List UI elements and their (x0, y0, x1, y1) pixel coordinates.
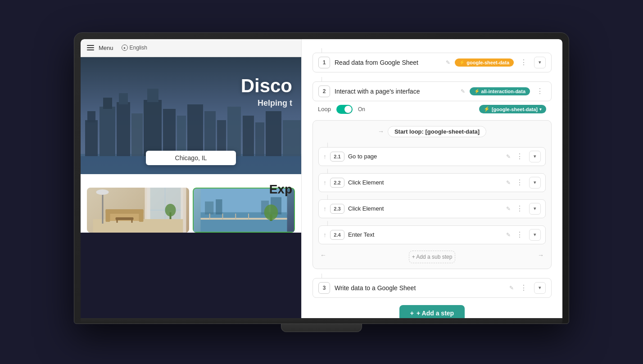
sub-step-2-2-collapse[interactable]: ▾ (529, 177, 541, 189)
sub-step-2-1-num: 2.1 (330, 152, 344, 162)
toggle-thumb (344, 106, 352, 113)
step-2-tag[interactable]: ⚡ all-interaction-data (470, 87, 530, 95)
svg-rect-47 (222, 213, 223, 219)
sub-step-2-4-name: Enter Text (348, 231, 503, 238)
add-step-button[interactable]: + + Add a step (399, 305, 465, 318)
connector-top (322, 48, 322, 53)
menu-label: Menu (99, 45, 113, 51)
loop-toggle[interactable] (336, 105, 353, 114)
step-3-more-button[interactable]: ⋮ (518, 283, 530, 293)
sub-step-2-3-collapse[interactable]: ▾ (529, 203, 541, 215)
search-bar[interactable]: Chicago, IL (146, 151, 236, 165)
step-2-item: 2 Interact with a page's interface ✎ ⚡ a… (312, 81, 552, 269)
step-1-tag[interactable]: ⚡ google-sheet-data (455, 58, 514, 67)
toggle-on-text: On (358, 106, 365, 112)
sub-step-2-2-more[interactable]: ⋮ (514, 177, 525, 188)
svg-rect-32 (106, 209, 110, 222)
svg-point-38 (165, 204, 176, 216)
hero-section: Disco Helping t Chicago, IL (81, 57, 301, 174)
svg-rect-18 (266, 111, 281, 156)
sub-connector-2 (327, 195, 328, 199)
sub-step-2-1-more[interactable]: ⋮ (514, 151, 525, 162)
sub-step-2-4-num: 2.4 (330, 230, 344, 240)
left-panel: Menu ● English (81, 39, 301, 318)
svg-rect-49 (248, 213, 249, 219)
step-2-row: 2 Interact with a page's interface ✎ ⚡ a… (312, 81, 552, 101)
sub-step-2-2-edit[interactable]: ✎ (506, 180, 511, 186)
step-1-collapse-button[interactable]: ▾ (534, 57, 546, 68)
svg-rect-5 (117, 102, 130, 156)
hero-title: Disco (241, 75, 292, 97)
sub-step-2-4: ↑ 2.4 Enter Text ✎ ⋮ ▾ (318, 225, 546, 244)
sub-step-2-1-collapse[interactable]: ▾ (529, 151, 541, 162)
svg-rect-34 (116, 217, 134, 220)
property-grid (87, 188, 295, 233)
sub-step-2-1: ↑ 2.1 Go to page ✎ ⋮ ▾ (318, 147, 546, 166)
add-step-label: + Add a step (417, 310, 454, 317)
step-3-name: Write data to a Google Sheet (335, 284, 505, 292)
svg-rect-36 (131, 220, 133, 223)
language-selector[interactable]: ● English (122, 45, 147, 51)
step-2-edit-icon[interactable]: ✎ (461, 88, 465, 94)
step-3-collapse-button[interactable]: ▾ (534, 282, 546, 294)
content-section: Exp (81, 174, 301, 233)
right-panel[interactable]: 1 Read data from Google Sheet ✎ ⚡ google… (301, 39, 562, 318)
svg-point-29 (96, 189, 109, 195)
sub-step-2-1-edit[interactable]: ✎ (506, 153, 511, 160)
connector-2-3 (322, 274, 322, 278)
svg-point-51 (264, 204, 278, 220)
sub-step-2-3-more[interactable]: ⋮ (514, 203, 525, 214)
menu-icon[interactable] (87, 45, 94, 50)
loop-footer: ← + Add a sub step → (318, 247, 546, 263)
loop-footer-arrow-right: → (538, 252, 544, 259)
svg-rect-10 (163, 109, 176, 156)
sub-connector-3 (327, 221, 328, 225)
sub-step-2-4-more[interactable]: ⋮ (514, 229, 525, 240)
sub-step-2-2: ↑ 2.2 Click Element ✎ ⋮ ▾ (318, 173, 546, 192)
svg-rect-41 (205, 201, 213, 214)
sub-step-2-2-name: Click Element (348, 179, 503, 186)
add-sub-step-button[interactable]: + Add a sub step (409, 251, 456, 263)
loop-footer-arrow-left: ← (320, 252, 326, 259)
step-3-edit-icon[interactable]: ✎ (509, 285, 514, 291)
content-title: Exp (269, 182, 292, 197)
svg-rect-2 (87, 111, 95, 122)
loop-title: Start loop: [google-sheet-data] (388, 126, 486, 137)
svg-rect-7 (131, 113, 143, 156)
svg-rect-6 (119, 93, 128, 104)
sub-step-2-3-edit[interactable]: ✎ (506, 206, 511, 212)
sub-step-2-4-edit[interactable]: ✎ (506, 232, 511, 238)
step-1-more-button[interactable]: ⋮ (518, 57, 530, 67)
step-1-tag-label: google-sheet-data (466, 60, 509, 65)
svg-rect-46 (209, 213, 210, 219)
laptop-base (81, 318, 562, 324)
up-arrow-2-1[interactable]: ↑ (323, 153, 326, 160)
step-2-more-button[interactable]: ⋮ (534, 86, 546, 96)
sub-step-2-3-name: Click Element (348, 205, 503, 212)
loop-tag-label: [google-sheet-data] (492, 107, 538, 112)
sub-step-2-4-collapse[interactable]: ▾ (529, 229, 541, 241)
up-arrow-2-3[interactable]: ↑ (323, 205, 326, 212)
language-label: English (130, 45, 147, 51)
svg-rect-48 (235, 213, 236, 219)
svg-rect-15 (227, 107, 241, 156)
sub-step-2-3: ↑ 2.3 Click Element ✎ ⋮ ▾ (318, 199, 546, 218)
sub-step-2-3-num: 2.3 (330, 204, 344, 214)
step-2-tag-label: all-interaction-data (481, 89, 525, 94)
loop-tag[interactable]: ⚡ [google-sheet-data] ▾ (479, 105, 546, 113)
svg-rect-13 (204, 111, 216, 156)
step-2-number: 2 (318, 85, 330, 97)
up-arrow-2-2[interactable]: ↑ (323, 179, 326, 186)
globe-icon: ● (122, 45, 128, 51)
bolt-icon-1: ⚡ (459, 60, 465, 65)
svg-rect-12 (187, 104, 203, 156)
step-3-number: 3 (318, 282, 330, 294)
step-1-edit-icon[interactable]: ✎ (446, 59, 450, 66)
svg-rect-42 (216, 199, 222, 215)
svg-rect-17 (255, 122, 264, 156)
step-1-name: Read data from Google Sheet (335, 59, 441, 66)
sub-connector-0 (327, 143, 328, 147)
up-arrow-2-4[interactable]: ↑ (323, 231, 326, 238)
website-topbar: Menu ● English (81, 39, 301, 57)
svg-rect-33 (139, 209, 144, 222)
